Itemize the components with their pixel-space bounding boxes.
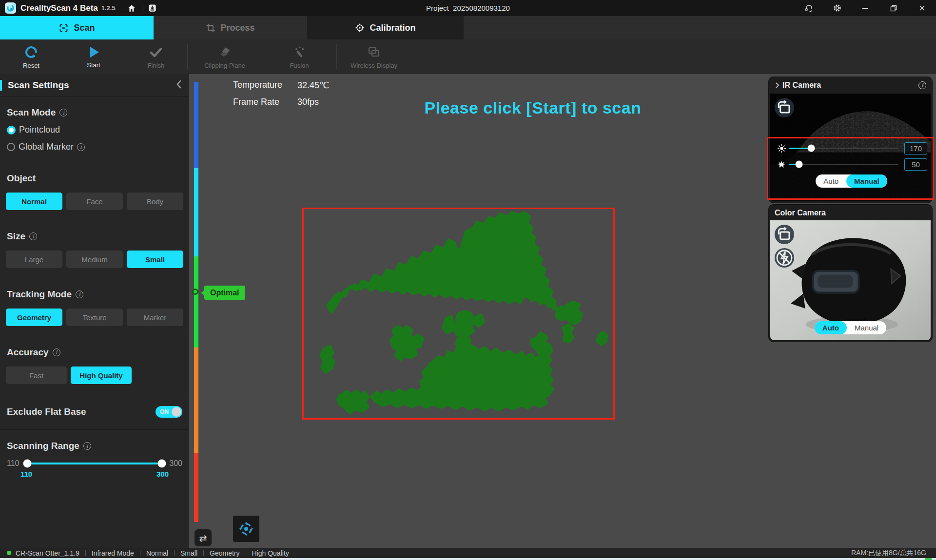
object-label: Object (7, 173, 36, 184)
radio-global-marker[interactable]: Global Marker i (7, 142, 189, 152)
tracking-mode-label: Tracking Mode (7, 289, 72, 300)
eraser-icon (217, 45, 232, 59)
info-icon[interactable]: i (53, 348, 60, 356)
reset-button[interactable]: Reset (0, 39, 62, 74)
accuracy-fast-button[interactable]: Fast (6, 367, 67, 384)
minimize-button[interactable] (851, 0, 879, 16)
info-icon[interactable]: i (918, 81, 926, 89)
exclude-flat-base-label: Exclude Flat Base (7, 406, 86, 417)
rotate-view-icon[interactable] (775, 98, 794, 117)
color-manual-option[interactable]: Manual (847, 321, 886, 334)
distance-gradient-bar (194, 82, 198, 522)
ir-exposure-value[interactable]: 170 (904, 142, 927, 154)
exclude-flat-base-toggle[interactable]: ON (156, 406, 182, 418)
import-project-icon[interactable] (144, 2, 161, 15)
scan-stats: Temperature 32.45℃ Frame Rate 30fps (233, 80, 329, 114)
ir-exposure-slider[interactable] (789, 148, 898, 149)
range-handle-min[interactable] (23, 460, 32, 468)
info-icon[interactable]: i (77, 143, 85, 151)
start-button[interactable]: Start (62, 39, 125, 74)
slider-knob[interactable] (796, 161, 803, 168)
support-headset-icon[interactable] (795, 0, 823, 16)
ir-gain-value[interactable]: 50 (904, 158, 927, 171)
fusion-button[interactable]: Fusion (262, 39, 336, 74)
tab-process-label: Process (220, 23, 254, 33)
size-medium-button[interactable]: Medium (66, 251, 123, 268)
recenter-target-button[interactable] (233, 516, 259, 542)
rotate-view-icon[interactable] (775, 225, 794, 244)
size-small-button[interactable]: Small (127, 251, 183, 268)
info-icon[interactable]: i (59, 109, 67, 116)
titlebar-divider (142, 4, 142, 12)
info-icon[interactable]: i (83, 442, 91, 450)
taskbar-edge (0, 558, 936, 560)
ir-auto-manual-toggle[interactable]: Auto Manual (816, 174, 887, 188)
reset-icon (24, 45, 39, 59)
info-icon[interactable]: i (29, 232, 37, 240)
start-scan-message: Please click [Start] to scan (343, 98, 723, 117)
scanning-range-slider[interactable] (27, 463, 162, 464)
color-auto-manual-toggle[interactable]: Auto Manual (815, 321, 886, 334)
accuracy-label: Accuracy (7, 347, 49, 358)
scan-toolbar: Reset Start Finish Clipping Plane Fusion… (0, 39, 936, 74)
tab-process[interactable]: Process (154, 16, 307, 39)
close-button[interactable] (908, 0, 936, 16)
status-separator (85, 550, 86, 556)
flash-off-icon[interactable] (775, 248, 794, 268)
home-icon[interactable] (123, 2, 140, 15)
ir-auto-option[interactable]: Auto (816, 174, 846, 188)
status-size: Small (180, 549, 197, 557)
app-name: CrealityScan 4 Beta (20, 3, 98, 13)
range-handle-max[interactable] (158, 460, 166, 468)
accuracy-section: Accuracyi Fast High Quality (0, 336, 189, 394)
ir-gain-slider[interactable] (789, 164, 898, 165)
laser-power-icon (776, 160, 787, 168)
color-camera-feed: Auto Manual (770, 220, 931, 340)
taskbar-segment (38, 558, 91, 560)
app-logo-icon (5, 2, 16, 14)
object-body-button[interactable]: Body (127, 193, 183, 210)
status-mode: Infrared Mode (92, 549, 134, 557)
scan-mode-section: Scan Modei Pointcloud Global Marker i (0, 97, 189, 162)
status-accuracy: High Quality (252, 549, 289, 557)
scanning-range-section: Scanning Rangei 110 300 110 300 (0, 430, 189, 490)
play-icon (87, 45, 100, 59)
scan-region-box (302, 208, 615, 420)
range-min-label: 110 (7, 459, 22, 468)
collapse-panel-icon[interactable] (176, 80, 182, 91)
size-section: Sizei Large Medium Small (0, 220, 189, 278)
slider-knob[interactable] (807, 145, 815, 152)
tab-scan[interactable]: Scan (0, 16, 154, 39)
ram-usage: RAM:已使用8G/总共16G (851, 549, 926, 558)
color-auto-option[interactable]: Auto (815, 321, 847, 334)
status-separator (203, 550, 204, 556)
tracking-marker-button[interactable]: Marker (127, 309, 183, 326)
temperature-value: 32.45℃ (297, 80, 329, 91)
chevron-right-icon[interactable] (775, 82, 780, 89)
restore-button[interactable] (879, 0, 908, 16)
mirror-screens-icon (367, 45, 381, 59)
swap-view-button[interactable]: ⇄ (195, 529, 212, 546)
clipping-plane-button[interactable]: Clipping Plane (188, 39, 262, 74)
radio-pointcloud[interactable]: Pointcloud (7, 125, 189, 135)
object-normal-button[interactable]: Normal (6, 193, 62, 210)
radio-unselected-icon (7, 143, 15, 151)
tracking-texture-button[interactable]: Texture (66, 309, 123, 326)
settings-gear-icon[interactable] (823, 0, 851, 16)
info-icon[interactable]: i (76, 290, 83, 298)
start-label: Start (87, 61, 100, 69)
tracking-geometry-button[interactable]: Geometry (6, 309, 62, 326)
color-camera-panel: Color Camera Auto Manual (769, 205, 932, 342)
status-bar: CR-Scan Otter_1.1.9 Infrared Mode Normal… (0, 548, 936, 558)
scan-settings-panel: Scan Settings Scan Modei Pointcloud Glob… (0, 74, 189, 548)
status-separator (246, 550, 246, 556)
tab-calibration[interactable]: Calibration (307, 16, 464, 39)
finish-button[interactable]: Finish (125, 39, 187, 74)
accuracy-high-quality-button[interactable]: High Quality (71, 367, 132, 384)
object-face-button[interactable]: Face (66, 193, 123, 210)
wireless-display-button[interactable]: Wireless Display (337, 39, 411, 74)
size-large-button[interactable]: Large (6, 251, 62, 268)
ir-manual-option[interactable]: Manual (846, 174, 887, 188)
pointcloud-preview (304, 209, 613, 418)
range-max-label: 300 (167, 459, 182, 468)
